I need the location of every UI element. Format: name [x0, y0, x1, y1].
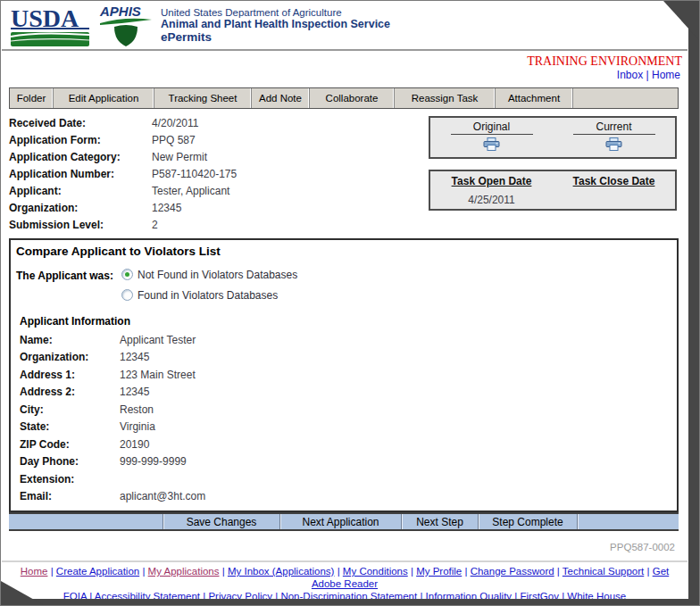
task-close-date-value [553, 190, 675, 209]
footer-link-home[interactable]: Home [21, 566, 48, 577]
tab-add-note[interactable]: Add Note [252, 88, 310, 108]
footer-link-privacy-policy[interactable]: Privacy Policy [208, 591, 272, 599]
field-label: State: [20, 420, 120, 433]
applicant-info-title: Applicant Information [20, 315, 670, 328]
print-original-label: Original [451, 120, 533, 135]
aphis-logo: APHIS [98, 4, 154, 54]
footer-link-change-password[interactable]: Change Password [471, 566, 554, 577]
print-original-column: Original [443, 120, 541, 157]
field-value: Tester, Applicant [152, 185, 229, 197]
footer-separator: | [142, 566, 145, 577]
radio-option-found[interactable]: Found in Violators Databases [121, 287, 297, 303]
field-value: New Permit [152, 151, 207, 163]
footer-link-my-inbox[interactable]: My Inbox (Applications) [228, 566, 335, 577]
applicant-was-row: The Applicant was: Not Found in Violator… [16, 267, 670, 303]
field-value: Reston [120, 403, 154, 416]
footer-separator: | [562, 591, 564, 599]
tab-folder[interactable]: Folder [10, 88, 54, 108]
action-bar-filler [9, 514, 162, 529]
field-label: Day Phone: [20, 455, 120, 468]
footer-link-information-quality[interactable]: Information Quality [426, 591, 512, 599]
print-current-column: Current [565, 120, 663, 157]
info-row: Email:aplicant@3ht.com [16, 488, 670, 506]
toolbar-filler [573, 88, 678, 108]
footer-link-non-discrimination-statement[interactable]: Non-Discrimination Statement [280, 591, 417, 599]
tab-tracking-sheet[interactable]: Tracking Sheet [154, 88, 252, 108]
footer-link-my-profile[interactable]: My Profile [416, 566, 462, 577]
footer-separator: | [222, 566, 225, 577]
usda-logo: USDA [9, 4, 91, 52]
print-versions-box: Original Current [429, 116, 677, 159]
field-value: Virginia [120, 420, 155, 433]
field-label: Organization: [9, 202, 152, 214]
footer-row2: FOIA | Accessibility Statement | Privacy… [13, 590, 676, 599]
footer-link-white-house[interactable]: White House [567, 591, 626, 599]
header: USDA APHIS United States Department of A… [2, 1, 688, 51]
footer: Home | Create Application | My Applicati… [13, 565, 676, 599]
field-value: 123 Main Street [120, 369, 196, 381]
task-open-date-value: 4/25/2011 [430, 190, 553, 209]
field-label: Organization: [20, 351, 120, 363]
field-label: Received Date: [9, 117, 152, 129]
screenshot-edge-bottom [1, 599, 699, 605]
footer-link-create-application[interactable]: Create Application [56, 566, 139, 577]
home-link[interactable]: Home [652, 69, 680, 81]
info-row: Address 2:12345 [16, 384, 670, 402]
field-label: City: [20, 403, 120, 416]
field-value: aplicant@3ht.com [120, 490, 205, 502]
info-row: Name:Applicant Tester [16, 331, 670, 349]
nav-separator: | [646, 69, 649, 81]
footer-separator: | [464, 566, 467, 577]
tab-attachment[interactable]: Attachment [496, 88, 573, 108]
printer-icon[interactable] [605, 137, 622, 154]
compare-violators-section: Compare Applicant to Violators List The … [9, 238, 679, 512]
field-label: Name: [20, 334, 120, 346]
field-value: 12345 [120, 386, 149, 398]
save-changes-button[interactable]: Save Changes [162, 514, 279, 529]
action-bar-filler [577, 514, 679, 529]
field-value: 12345 [120, 351, 149, 363]
task-dates-box: Task Open Date Task Close Date 4/25/2011 [429, 170, 677, 211]
tab-edit-application[interactable]: Edit Application [54, 88, 154, 108]
footer-separator: | [646, 566, 649, 577]
footer-link-my-conditions[interactable]: My Conditions [343, 566, 408, 577]
radio-label: Not Found in Violators Databases [138, 269, 297, 281]
tab-reassign-task[interactable]: Reassign Task [395, 88, 496, 108]
footer-separator: | [411, 566, 413, 577]
footer-link-firstgov[interactable]: FirstGov [521, 591, 559, 599]
printer-icon[interactable] [483, 137, 500, 154]
radio-not-found[interactable] [121, 269, 133, 280]
footer-separator: | [557, 566, 560, 577]
field-label: Extension: [20, 473, 120, 486]
department-title: United States Department of Agriculture … [161, 4, 390, 44]
field-label: Applicant: [9, 185, 152, 197]
footer-link-technical-support[interactable]: Technical Support [562, 566, 644, 577]
footer-separator: | [203, 591, 205, 599]
field-label: Email: [20, 490, 120, 502]
radio-found[interactable] [121, 289, 133, 301]
action-bar: Save Changes Next Application Next Step … [9, 512, 679, 531]
footer-link-my-applications[interactable]: My Applications [148, 566, 220, 577]
task-open-date-header: Task Open Date [430, 175, 553, 190]
info-row: Organization:12345 [16, 349, 670, 367]
field-value: 20190 [120, 438, 149, 451]
radio-option-not-found[interactable]: Not Found in Violators Databases [121, 267, 297, 282]
tab-collaborate[interactable]: Collaborate [310, 88, 395, 108]
next-application-button[interactable]: Next Application [279, 514, 401, 529]
field-label: Submission Level: [9, 219, 152, 231]
radio-label: Found in Violators Databases [138, 289, 278, 302]
footer-link-foia[interactable]: FOIA [63, 591, 87, 599]
field-value: 12345 [152, 202, 181, 214]
info-row: State:Virginia [16, 419, 670, 436]
step-complete-button[interactable]: Step Complete [478, 514, 577, 529]
info-row: Extension: [16, 470, 670, 488]
info-row: Address 1:123 Main Street [16, 366, 670, 384]
footer-link-accessibility-statement[interactable]: Accessibility Statement [95, 591, 200, 599]
next-step-button[interactable]: Next Step [401, 514, 478, 529]
section-title: Compare Applicant to Violators List [16, 245, 670, 258]
field-label: Address 2: [20, 386, 120, 398]
inbox-link[interactable]: Inbox [617, 69, 643, 81]
toolbar: Folder Edit Application Tracking Sheet A… [9, 87, 679, 109]
application-summary: Received Date:4/20/2011 Application Form… [9, 114, 679, 236]
epermits-window: USDA APHIS United States Department of A… [0, 0, 700, 606]
